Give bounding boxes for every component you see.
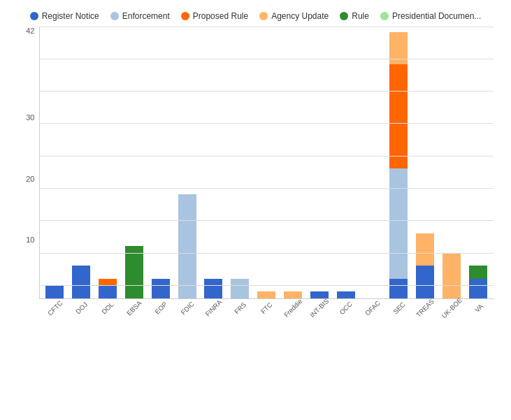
bar-segment-register-notice bbox=[152, 279, 170, 298]
legend-agency-update-label: Agency Update bbox=[271, 11, 329, 21]
chart-container: Register Notice Enforcement Proposed Rul… bbox=[4, 4, 508, 417]
x-label-text-freddie: Freddie bbox=[282, 297, 304, 319]
bar-stack-occ bbox=[337, 291, 355, 298]
proposed-rule-dot bbox=[181, 12, 189, 20]
x-label-text-va: VA bbox=[473, 302, 484, 313]
bar-stack-finra bbox=[204, 279, 222, 298]
bar-stack-int-bis bbox=[310, 291, 329, 298]
x-label-occ: OCC bbox=[333, 300, 358, 311]
x-label-fdic: FDIC bbox=[174, 300, 199, 311]
bar-segment-register-notice bbox=[416, 266, 434, 298]
bar-col-ftc bbox=[254, 27, 279, 298]
x-label-uk-boe: UK-BOE bbox=[438, 300, 463, 311]
bar-col-dol bbox=[95, 27, 120, 298]
x-label-text-ftc: FTC bbox=[259, 300, 274, 315]
bar-col-ofac bbox=[359, 27, 384, 298]
bar-col-uk-boe bbox=[439, 27, 464, 298]
x-labels: CFTCDOJDOLEBSAEOPFDICFINRAFRSFTCFreddieI… bbox=[39, 300, 494, 339]
bar-segment-register-notice bbox=[310, 291, 329, 298]
bar-col-va bbox=[466, 27, 491, 298]
chart-legend: Register Notice Enforcement Proposed Rul… bbox=[11, 11, 501, 21]
x-label-ebsa: EBSA bbox=[121, 300, 146, 311]
enforcement-dot bbox=[110, 12, 119, 20]
bar-segment-register-notice bbox=[45, 285, 64, 298]
bar-col-treas bbox=[412, 27, 438, 298]
bar-stack-va bbox=[469, 266, 487, 298]
x-label-doj: DOJ bbox=[68, 300, 93, 311]
bar-stack-sec bbox=[389, 32, 408, 298]
bar-segment-register-notice bbox=[72, 266, 90, 298]
legend-proposed-rule-label: Proposed Rule bbox=[193, 11, 248, 21]
x-label-finra: FINRA bbox=[201, 300, 226, 311]
bar-segment-rule bbox=[469, 266, 487, 279]
x-label-text-eop: EOP bbox=[153, 300, 168, 315]
bar-stack-eop bbox=[152, 279, 170, 298]
bar-col-eop bbox=[148, 27, 173, 298]
y-label-20: 20 bbox=[11, 175, 38, 183]
bar-stack-dol bbox=[99, 279, 117, 298]
bar-segment-proposed-rule bbox=[99, 279, 117, 285]
bar-segment-agency-update bbox=[257, 291, 275, 298]
bar-segment-agency-update bbox=[442, 253, 461, 298]
x-label-freddie: Freddie bbox=[280, 300, 305, 311]
register-notice-dot bbox=[30, 12, 38, 20]
legend-register-notice: Register Notice bbox=[30, 11, 99, 21]
bar-segment-register-notice bbox=[204, 279, 222, 298]
legend-rule-label: Rule bbox=[352, 11, 369, 21]
x-label-treas: TREAS bbox=[412, 300, 437, 311]
x-label-text-ofac: OFAC bbox=[364, 298, 382, 317]
bar-col-sec bbox=[386, 27, 411, 298]
x-label-frs: FRS bbox=[226, 300, 252, 311]
bar-segment-agency-update bbox=[389, 32, 408, 64]
bar-segment-agency-update bbox=[284, 291, 302, 298]
bar-segment-register-notice bbox=[99, 285, 117, 298]
x-label-va: VA bbox=[466, 300, 491, 311]
y-label-30: 30 bbox=[11, 113, 38, 122]
x-label-text-finra: FINRA bbox=[204, 298, 224, 317]
bar-segment-register-notice bbox=[469, 279, 487, 298]
bar-col-freddie bbox=[280, 27, 305, 298]
x-label-text-ebsa: EBSA bbox=[125, 298, 143, 317]
agency-update-dot bbox=[259, 12, 268, 20]
legend-proposed-rule: Proposed Rule bbox=[181, 11, 248, 21]
legend-enforcement-label: Enforcement bbox=[122, 11, 170, 21]
x-label-ftc: FTC bbox=[253, 300, 278, 311]
bar-col-occ bbox=[333, 27, 359, 298]
bar-col-fdic bbox=[175, 27, 200, 298]
bar-stack-ebsa bbox=[125, 246, 143, 298]
bar-col-finra bbox=[201, 27, 226, 298]
bar-stack-freddie bbox=[284, 291, 302, 298]
x-label-text-uk-boe: UK-BOE bbox=[440, 296, 464, 319]
bar-segment-enforcement bbox=[231, 279, 249, 298]
bar-col-cftc bbox=[43, 27, 68, 298]
legend-enforcement: Enforcement bbox=[110, 11, 170, 21]
bar-stack-uk-boe bbox=[442, 253, 461, 298]
legend-rule: Rule bbox=[340, 11, 369, 21]
x-label-eop: EOP bbox=[147, 300, 173, 311]
legend-register-notice-label: Register Notice bbox=[42, 11, 99, 21]
legend-presidential-doc: Presidential Documen... bbox=[380, 11, 481, 21]
bar-stack-ftc bbox=[257, 291, 275, 298]
x-label-text-int-bis: INT-BIS bbox=[308, 297, 330, 319]
bar-col-doj bbox=[69, 27, 94, 298]
bar-col-ebsa bbox=[122, 27, 147, 298]
bars-container bbox=[40, 27, 494, 298]
x-label-text-treas: TREAS bbox=[415, 297, 436, 318]
bar-segment-rule bbox=[125, 246, 143, 298]
x-label-ofac: OFAC bbox=[359, 300, 384, 311]
rule-dot bbox=[340, 12, 348, 20]
bar-segment-enforcement bbox=[389, 168, 408, 279]
x-label-text-sec: SEC bbox=[391, 300, 407, 315]
x-label-text-dol: DOL bbox=[100, 300, 115, 315]
x-label-text-occ: OCC bbox=[338, 300, 354, 316]
x-label-text-frs: FRS bbox=[233, 300, 247, 315]
legend-presidential-doc-label: Presidential Documen... bbox=[392, 11, 481, 21]
bar-segment-register-notice bbox=[337, 291, 355, 298]
legend-agency-update: Agency Update bbox=[259, 11, 329, 21]
x-label-text-cftc: CFTC bbox=[46, 298, 64, 317]
x-label-sec: SEC bbox=[385, 300, 410, 311]
bar-stack-treas bbox=[416, 233, 434, 298]
bar-col-int-bis bbox=[307, 27, 332, 298]
bar-col-frs bbox=[227, 27, 252, 298]
bar-segment-register-notice bbox=[389, 279, 408, 298]
